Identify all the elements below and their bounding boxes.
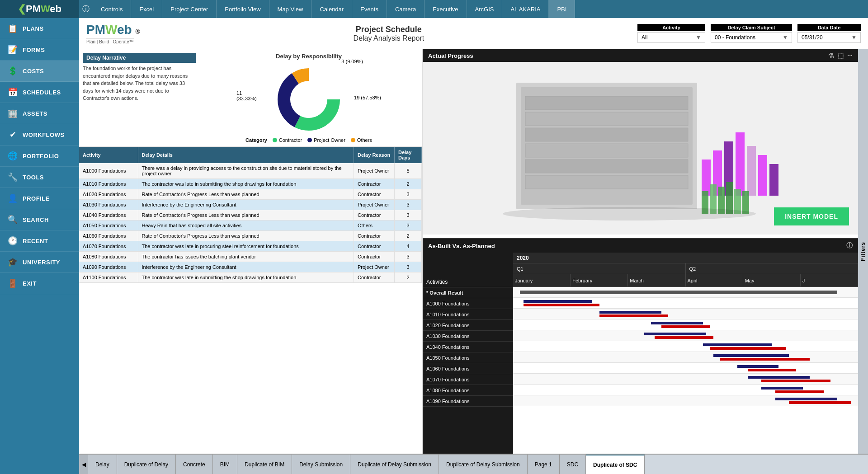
content-area: PMWeb ® Plan | Build | Operate™ Project … [79,18,868,474]
activity-chevron-icon: ▼ [696,34,701,41]
tab-bim[interactable]: BIM [213,455,237,474]
nav-items: Controls Excel Project Center Portfolio … [93,0,868,18]
tab-dup-bim[interactable]: Duplicate of BIM [237,455,292,474]
actual-progress-title-bar: Actual Progress ⚗ ⬚ ··· [423,49,858,62]
cell-activity: A1060 Foundations [79,231,138,241]
delay-claim-filter-value: 00 - Foundations [715,34,755,41]
legend-others: Others [351,137,372,143]
tab-concrete[interactable]: Concrete [176,455,213,474]
nav-events[interactable]: Events [352,0,387,18]
expand-icon[interactable]: ⬚ [838,52,844,59]
gantt-activity-row: A1050 Foundations [423,352,513,363]
svg-rect-19 [734,189,741,214]
cell-details: Interference by the Engineering Consulta… [138,262,354,272]
svg-rect-6 [525,160,688,173]
filter-icon[interactable]: ⚗ [828,52,834,59]
sidebar-item-costs[interactable]: 💲 COSTS [0,61,79,82]
tab-delay-submission[interactable]: Delay Submission [292,455,350,474]
sidebar-item-assets[interactable]: 🏢 ASSETS [0,103,79,124]
sidebar-item-workflows[interactable]: ✔ WORKFLOWS [0,124,79,145]
cell-days: 2 [395,179,422,189]
sidebar: 📋 PLANS 📝 FORMS 💲 COSTS 📅 SCHEDULES 🏢 AS… [0,18,79,474]
narrative-text: The foundation works for the project has… [83,65,196,102]
nav-calendar[interactable]: Calendar [311,0,352,18]
sidebar-item-forms[interactable]: 📝 FORMS [0,39,79,61]
gantt-info-icon[interactable]: ⓘ [846,242,853,250]
pmweb-logo-sub: Plan | Build | Operate™ [86,38,134,44]
nav-map-view[interactable]: Map View [269,0,312,18]
cell-details: Heavy Rain that has stopped all site act… [138,221,354,231]
activity-filter-label: Activity [637,24,705,31]
cell-reason: Project Owner [354,262,395,272]
table-row: A1080 FoundationsThe contractor has issu… [79,252,422,262]
nav-executive[interactable]: Executive [425,0,467,18]
delay-claim-filter-label: Delay Claim Subject [711,24,792,31]
tab-delay[interactable]: Delay [88,455,117,474]
nav-portfolio-view[interactable]: Portfolio View [217,0,269,18]
delay-claim-filter-select[interactable]: 00 - Foundations ▼ [711,32,792,43]
nav-project-center[interactable]: Project Center [162,0,217,18]
report-title: Project Schedule Delay Analysis Report [149,25,628,42]
cell-days: 3 [395,221,422,231]
th-details: Delay Details [138,147,354,163]
nav-arcgis[interactable]: ArcGIS [467,0,503,18]
svg-rect-12 [747,146,756,196]
nav-controls[interactable]: Controls [93,0,131,18]
sidebar-item-search[interactable]: 🔍 SEARCH [0,209,79,230]
sidebar-item-schedules[interactable]: 📅 SCHEDULES [0,82,79,103]
data-date-filter-select[interactable]: 05/31/20 ▼ [797,32,861,43]
sidebar-label-assets: ASSETS [23,110,47,117]
cell-activity: A1070 Foundations [79,241,138,252]
sidebar-item-exit[interactable]: 🚪 EXIT [0,273,79,294]
svg-point-21 [503,207,756,221]
insert-model-button[interactable]: INSERT MODEL [774,207,849,225]
gantt-bar-row [513,298,858,309]
tab-sdc[interactable]: SDC [560,455,586,474]
gantt-activity-row: * Overall Result [423,287,513,298]
gantt-bar-row [513,287,858,298]
tab-dup-delay-submission-1[interactable]: Duplicate of Delay Submission [350,455,439,474]
nav-pbi[interactable]: PBI [549,0,575,18]
tab-page1[interactable]: Page 1 [528,455,560,474]
gantt-section: As-Built Vs. As-Planned ⓘ Activities * O… [423,239,858,454]
sidebar-item-portfolio[interactable]: 🌐 PORTFOLIO [0,145,79,167]
gantt-header: 2020 Q1 Q2 January February [513,253,858,287]
nav-excel[interactable]: Excel [131,0,162,18]
svg-rect-14 [769,164,778,196]
cell-details: The contractor has issues the batching p… [138,252,354,262]
info-icon[interactable]: ⓘ [79,0,93,18]
table-row: A1000 FoundationsThere was a delay in pr… [79,163,422,179]
sidebar-item-plans[interactable]: 📋 PLANS [0,18,79,39]
sidebar-item-university[interactable]: 🎓 UNIVERSITY [0,252,79,273]
table-row: A1010 FoundationsThe contractor was late… [79,179,422,189]
gantt-bar-row [513,330,858,341]
sidebar-item-profile[interactable]: 👤 PROFILE [0,188,79,209]
gantt-month-mar: March [628,274,685,286]
tab-dup-delay[interactable]: Duplicate of Delay [117,455,176,474]
nav-camera[interactable]: Camera [387,0,425,18]
gantt-bar-planned [737,365,779,368]
sidebar-item-tools[interactable]: 🔧 TOOLS [0,167,79,188]
svg-rect-13 [758,155,767,196]
tab-dup-delay-submission-2[interactable]: Duplicate of Delay Submission [439,455,528,474]
university-icon: 🎓 [7,257,18,267]
sidebar-item-recent[interactable]: 🕐 RECENT [0,230,79,252]
cell-reason: Contractor [354,179,395,189]
tab-dup-sdc[interactable]: Duplicate of SDC [586,455,645,474]
gantt-year-row: 2020 [513,253,858,263]
activity-filter-group: Activity All ▼ [637,24,705,43]
th-reason: Delay Reason [354,147,395,163]
activities-header-label: Activities [426,279,448,285]
more-icon[interactable]: ··· [847,52,853,59]
gantt-activity-row: A1020 Foundations [423,320,513,331]
chart-title: Delay by Responsibility [276,53,342,60]
gantt-month-jan: January [513,274,571,286]
gantt-activity-row: A1010 Foundations [423,309,513,320]
tab-nav-left[interactable]: ◀ [79,455,88,474]
gantt-bar-planned [703,343,772,346]
activity-filter-select[interactable]: All ▼ [637,32,705,43]
gantt-bar-row [513,352,858,363]
filters-sidebar[interactable]: Filters [858,49,868,454]
table-row: A1060 FoundationsRate of Contractor's Pr… [79,231,422,241]
nav-al-akaria[interactable]: AL AKARIA [502,0,549,18]
